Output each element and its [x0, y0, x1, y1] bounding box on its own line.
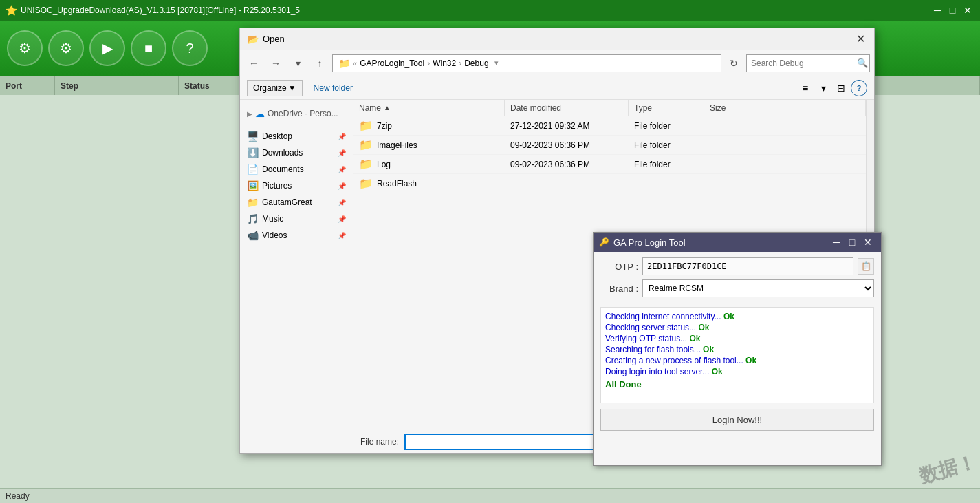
log-text-4: Creating a new process of flash tool... — [605, 356, 745, 365]
search-input[interactable] — [751, 58, 854, 68]
help-btn[interactable]: ? — [172, 30, 208, 66]
otp-row: OTP : 📋 — [600, 257, 874, 275]
table-row[interactable]: 📁 ImageFiles 09-02-2023 06:36 PM File fo… — [353, 136, 866, 155]
path-folder-icon: 📁 — [338, 58, 350, 69]
stop-btn[interactable]: ■ — [131, 30, 166, 66]
file-name-1: ImageFiles — [377, 140, 417, 150]
col-name[interactable]: Name ▲ — [353, 100, 505, 116]
close-btn[interactable]: ✕ — [961, 3, 974, 17]
view-list-btn[interactable]: ≡ — [797, 80, 814, 96]
app-icon: ⭐ — [6, 5, 17, 16]
path-dropdown[interactable]: ▾ — [494, 58, 499, 67]
file-list-header: Name ▲ Date modified Type Size — [353, 100, 866, 116]
col-type[interactable]: Type — [629, 100, 704, 116]
table-row[interactable]: 📁 Log 09-02-2023 06:36 PM File folder — [353, 155, 866, 174]
refresh-btn[interactable]: ↻ — [724, 54, 743, 73]
music-label: Music — [262, 214, 334, 224]
path-sep1: › — [427, 58, 430, 68]
sort-icon: ▲ — [384, 104, 391, 111]
help-file-btn[interactable]: ? — [851, 80, 867, 96]
sidebar-item-gautam[interactable]: 📁 GautamGreat 📌 — [240, 194, 353, 211]
downloads-icon: ⬇️ — [247, 147, 258, 158]
videos-label: Videos — [262, 231, 334, 240]
sidebar-item-pictures[interactable]: 🖼️ Pictures 📌 — [240, 178, 353, 194]
ga-minimize-btn[interactable]: ─ — [829, 235, 844, 250]
file-date-2: 09-02-2023 06:36 PM — [505, 160, 629, 169]
sidebar-item-music[interactable]: 🎵 Music 📌 — [240, 211, 353, 227]
address-bar: ← → ▾ ↑ 📁 « GAProLogin_Tool › Win32 › De… — [240, 50, 874, 76]
new-folder-btn[interactable]: New folder — [308, 80, 358, 96]
table-row[interactable]: 📁 7zip 27-12-2021 09:32 AM File folder — [353, 116, 866, 136]
documents-label: Documents — [262, 164, 334, 174]
copy-otp-btn[interactable]: 📋 — [858, 258, 874, 275]
pin-documents: 📌 — [338, 166, 346, 173]
dialog-title-bar: 📂 Open ✕ — [240, 28, 874, 50]
all-done-text: All Done — [605, 379, 869, 389]
minimize-btn[interactable]: ─ — [930, 3, 944, 17]
view-dropdown-btn[interactable]: ▾ — [815, 80, 831, 96]
file-name-2: Log — [377, 160, 391, 169]
view-pane-btn[interactable]: ⊟ — [833, 80, 849, 96]
log-line-3: Searching for flash tools... Ok — [605, 345, 869, 354]
view-controls: ≡ ▾ ⊟ ? — [797, 80, 867, 96]
folder-icon-3: 📁 — [359, 177, 373, 190]
pin-pictures: 📌 — [338, 182, 346, 190]
pin-downloads: 📌 — [338, 149, 346, 157]
title-controls: ─ □ ✕ — [930, 3, 974, 17]
expand-icon: ▶ — [247, 110, 252, 118]
sidebar-item-desktop[interactable]: 🖥️ Desktop 📌 — [240, 128, 353, 145]
settings2-btn[interactable]: ⚙ — [48, 30, 84, 66]
path-part1: GAProLogin_Tool — [360, 58, 424, 68]
dialog-icon: 📂 — [247, 34, 259, 45]
sidebar-item-documents[interactable]: 📄 Documents 📌 — [240, 161, 353, 178]
file-type-2: File folder — [629, 160, 704, 169]
back-btn[interactable]: ← — [244, 54, 263, 73]
dropdown-btn[interactable]: ▾ — [288, 54, 307, 73]
app-title-bar: ⭐ UNISOC_UpgradeDownload(AS)_V1.3.15 [20… — [0, 0, 980, 21]
otp-input[interactable] — [642, 257, 853, 275]
file-name-label: File name: — [360, 437, 399, 447]
address-path[interactable]: 📁 « GAProLogin_Tool › Win32 › Debug ▾ — [332, 54, 721, 72]
settings-btn[interactable]: ⚙ — [7, 30, 43, 66]
file-type-0: File folder — [629, 121, 704, 131]
log-line-1: Checking server status... Ok — [605, 323, 869, 332]
pin-desktop: 📌 — [338, 133, 346, 140]
dialog-title: Open — [263, 34, 853, 44]
brand-label: Brand : — [600, 283, 638, 294]
ga-close-btn[interactable]: ✕ — [860, 235, 875, 250]
forward-btn[interactable]: → — [266, 54, 285, 73]
log-text-3: Searching for flash tools... — [605, 345, 703, 354]
pin-music: 📌 — [338, 215, 346, 223]
status-bar: Ready — [0, 488, 980, 503]
brand-select[interactable]: Realme RCSM — [642, 279, 874, 297]
onedrive-item[interactable]: ▶ ☁ OneDrive - Perso... — [240, 105, 353, 122]
maximize-btn[interactable]: □ — [946, 3, 959, 17]
file-toolbar: Organize ▼ New folder ≡ ▾ ⊟ ? — [240, 76, 874, 100]
left-panel: ▶ ☁ OneDrive - Perso... 🖥️ Desktop 📌 ⬇️ … — [240, 100, 353, 453]
pictures-label: Pictures — [262, 181, 334, 191]
login-now-btn[interactable]: Login Now!!! — [600, 409, 874, 431]
app-title: UNISOC_UpgradeDownload(AS)_V1.3.15 [2078… — [21, 6, 930, 15]
file-type-1: File folder — [629, 140, 704, 150]
gautam-label: GautamGreat — [262, 197, 334, 207]
dialog-close-btn[interactable]: ✕ — [853, 32, 867, 46]
ga-window: 🔑 GA Pro Login Tool ─ □ ✕ OTP : 📋 Brand … — [593, 232, 882, 466]
ga-title-icon: 🔑 — [599, 237, 609, 247]
folder-icon-0: 📁 — [359, 119, 373, 132]
downloads-label: Downloads — [262, 148, 334, 158]
pin-videos: 📌 — [338, 232, 346, 239]
folder-icon-2: 📁 — [359, 158, 373, 171]
col-size[interactable]: Size — [704, 100, 866, 116]
desktop-icon: 🖥️ — [247, 131, 258, 142]
folder-icon-1: 📁 — [359, 138, 373, 151]
table-row[interactable]: 📁 ReadFlash — [353, 174, 866, 193]
sidebar-item-videos[interactable]: 📹 Videos 📌 — [240, 227, 353, 244]
ga-maximize-btn[interactable]: □ — [845, 235, 860, 250]
sidebar-item-downloads[interactable]: ⬇️ Downloads 📌 — [240, 145, 353, 161]
play-btn[interactable]: ▶ — [89, 30, 125, 66]
file-date-1: 09-02-2023 06:36 PM — [505, 140, 629, 150]
organize-btn[interactable]: Organize ▼ — [247, 80, 303, 96]
up-btn[interactable]: ↑ — [310, 54, 329, 73]
path-sep2: › — [459, 58, 461, 68]
col-date[interactable]: Date modified — [505, 100, 629, 116]
